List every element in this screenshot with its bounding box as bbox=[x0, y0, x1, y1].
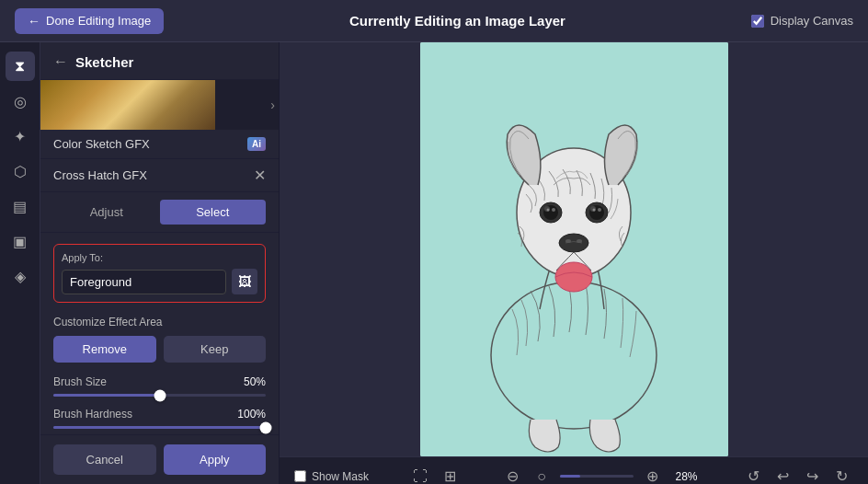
refresh-icon[interactable]: ↺ bbox=[743, 466, 765, 485]
svg-point-12 bbox=[592, 209, 595, 212]
brush-size-track[interactable] bbox=[53, 394, 266, 397]
brush-size-thumb[interactable] bbox=[154, 389, 166, 401]
svg-point-6 bbox=[552, 208, 555, 212]
apply-to-label: Apply To: bbox=[62, 252, 257, 263]
sliders-icon[interactable]: ⧗ bbox=[6, 52, 35, 81]
brush-size-section: Brush Size 50% bbox=[53, 375, 266, 397]
redo-button[interactable]: ↪ bbox=[802, 466, 824, 485]
expand-icon[interactable]: ⛶ bbox=[409, 466, 431, 485]
paint-icon[interactable]: ⬡ bbox=[6, 156, 35, 186]
zoom-value: 28% bbox=[670, 470, 702, 483]
customize-section: Customize Effect Area Remove Keep bbox=[53, 316, 266, 363]
undo-button[interactable]: ↩ bbox=[772, 466, 794, 485]
zoom-in-button[interactable]: ⊕ bbox=[641, 466, 663, 485]
svg-point-13 bbox=[559, 234, 588, 252]
fit-icon[interactable]: ⊞ bbox=[439, 466, 461, 485]
panel-title: Sketcher bbox=[75, 54, 133, 70]
canvas-area: Show Mask ⛶ ⊞ ⊖ ○ ⊕ 28% ↺ ↩ ↪ ↻ bbox=[280, 42, 868, 484]
tab-adjust[interactable]: Adjust bbox=[53, 200, 160, 225]
history-button[interactable]: ↻ bbox=[831, 466, 853, 485]
main-layout: ⧗ ◎ ✦ ⬡ ▤ ▣ ◈ ← Sketcher › Color Sketch … bbox=[0, 42, 868, 484]
brush-hardness-label: Brush Hardness bbox=[53, 408, 132, 421]
zoom-slider-fill bbox=[560, 475, 580, 478]
done-editing-button[interactable]: ← Done Editing Image bbox=[15, 8, 164, 34]
crosshatch-row: Cross Hatch GFX ✕ bbox=[40, 159, 279, 192]
brush-hardness-value: 100% bbox=[237, 408, 266, 421]
expand-controls: ⛶ ⊞ bbox=[409, 466, 461, 485]
panel-header: ← Sketcher bbox=[40, 42, 279, 80]
remove-button[interactable]: Remove bbox=[53, 336, 156, 363]
svg-point-15 bbox=[577, 239, 582, 243]
apply-to-section: Apply To: Foreground Background Full Ima… bbox=[53, 244, 266, 303]
tabs-row: Adjust Select bbox=[40, 192, 279, 233]
zoom-out-small-button[interactable]: ○ bbox=[531, 466, 553, 485]
dog-image bbox=[420, 42, 728, 456]
apply-to-row: Foreground Background Full Image 🖼 bbox=[62, 269, 257, 294]
layers-icon[interactable]: ▤ bbox=[6, 191, 35, 221]
brush-hardness-section: Brush Hardness 100% bbox=[53, 408, 266, 429]
svg-point-11 bbox=[598, 208, 601, 212]
close-button[interactable]: ✕ bbox=[254, 167, 266, 184]
customize-title: Customize Effect Area bbox=[53, 316, 266, 328]
show-mask-label: Show Mask bbox=[312, 470, 369, 483]
tab-select[interactable]: Select bbox=[160, 200, 267, 225]
brush-hardness-fill bbox=[53, 426, 266, 429]
arrow-left-icon: ← bbox=[28, 14, 40, 29]
brush-size-value: 50% bbox=[244, 375, 266, 388]
thumbnail-image bbox=[40, 80, 215, 130]
brush-hardness-track[interactable] bbox=[53, 426, 266, 429]
display-canvas-label: Display Canvas bbox=[771, 14, 853, 28]
brush-size-fill bbox=[53, 394, 160, 397]
color-sketch-row: Color Sketch GFX Ai bbox=[40, 130, 279, 159]
zoom-out-button[interactable]: ⊖ bbox=[501, 466, 523, 485]
brush-size-label: Brush Size bbox=[53, 375, 107, 388]
zoom-slider-track[interactable] bbox=[560, 475, 634, 478]
page-title: Currently Editing an Image Layer bbox=[349, 13, 565, 29]
color-sketch-label: Color Sketch GFX bbox=[53, 137, 150, 151]
apply-to-select[interactable]: Foreground Background Full Image bbox=[62, 270, 226, 294]
magic-icon[interactable]: ✦ bbox=[6, 121, 35, 151]
ai-badge: Ai bbox=[247, 137, 266, 151]
svg-point-14 bbox=[565, 239, 571, 243]
apply-button[interactable]: Apply bbox=[164, 444, 267, 475]
dog-background bbox=[420, 42, 728, 456]
chevron-right-icon: › bbox=[270, 98, 275, 112]
eye-icon[interactable]: ◎ bbox=[6, 86, 35, 116]
display-canvas-checkbox[interactable] bbox=[751, 15, 764, 28]
image-select-icon[interactable]: 🖼 bbox=[232, 269, 257, 294]
keep-button[interactable]: Keep bbox=[164, 336, 267, 363]
show-mask-checkbox[interactable] bbox=[294, 470, 306, 482]
show-mask-area: Show Mask bbox=[294, 470, 369, 483]
canvas-toolbar: Show Mask ⛶ ⊞ ⊖ ○ ⊕ 28% ↺ ↩ ↪ ↻ bbox=[280, 456, 868, 484]
panel-footer: Cancel Apply bbox=[40, 434, 279, 484]
shapes-icon[interactable]: ◈ bbox=[6, 261, 35, 291]
brush-hardness-thumb[interactable] bbox=[260, 421, 272, 433]
done-editing-label: Done Editing Image bbox=[46, 14, 151, 28]
display-canvas-control: Display Canvas bbox=[751, 14, 853, 28]
remove-keep-group: Remove Keep bbox=[53, 336, 266, 363]
cancel-button[interactable]: Cancel bbox=[53, 444, 156, 475]
zoom-controls: ⊖ ○ ⊕ 28% bbox=[501, 466, 702, 485]
svg-point-7 bbox=[546, 209, 549, 212]
svg-point-16 bbox=[555, 262, 592, 292]
brush-size-label-row: Brush Size 50% bbox=[53, 375, 266, 388]
image-icon[interactable]: ▣ bbox=[6, 226, 35, 256]
canvas-content bbox=[280, 42, 868, 456]
icon-rail: ⧗ ◎ ✦ ⬡ ▤ ▣ ◈ bbox=[0, 42, 40, 484]
panel-content: Apply To: Foreground Background Full Ima… bbox=[40, 233, 279, 434]
panel-back-button[interactable]: ← bbox=[53, 53, 68, 70]
crosshatch-label: Cross Hatch GFX bbox=[53, 168, 147, 182]
thumbnail-strip: › bbox=[40, 80, 279, 130]
brush-hardness-label-row: Brush Hardness 100% bbox=[53, 408, 266, 421]
top-bar: ← Done Editing Image Currently Editing a… bbox=[0, 0, 868, 42]
left-panel: ← Sketcher › Color Sketch GFX Ai Cross H… bbox=[40, 42, 280, 484]
history-controls: ↺ ↩ ↪ ↻ bbox=[743, 466, 853, 485]
